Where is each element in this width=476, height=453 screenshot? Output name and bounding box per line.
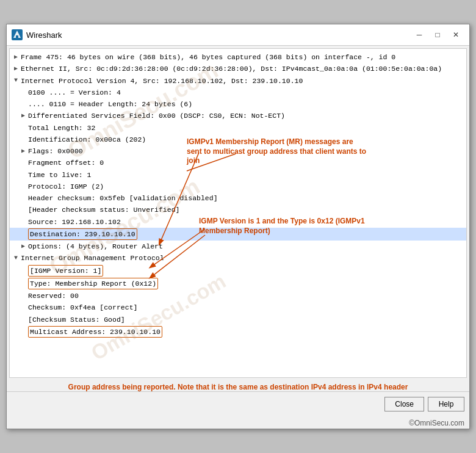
tree-row-text: Destination: 239.10.10.10: [28, 228, 137, 240]
tree-row[interactable]: Total Length: 32: [10, 122, 466, 134]
tree-row[interactable]: Multicast Address: 239.10.10.10: [10, 325, 466, 338]
tree-expander: [20, 183, 27, 190]
tree-expander[interactable]: ▶: [12, 65, 20, 73]
tree-expander: [20, 89, 27, 96]
tree-expander[interactable]: ▶: [12, 54, 20, 61]
tree-row-text: Reserved: 00: [28, 291, 79, 301]
tree-expander[interactable]: ▶: [20, 148, 27, 155]
tree-expander: [20, 267, 27, 274]
tree-row-text: Multicast Address: 239.10.10.10: [28, 326, 162, 338]
titlebar-controls: ─ □ ✕: [411, 28, 464, 42]
tree-expander: [20, 316, 27, 323]
wireshark-window: Wireshark ─ □ ✕ OmniSecu.com OmniSecu.co…: [6, 24, 470, 429]
titlebar-left: Wireshark: [12, 29, 62, 40]
tree-row[interactable]: ▼Internet Protocol Version 4, Src: 192.1…: [10, 75, 466, 87]
tree-expander: [20, 304, 27, 311]
tree-row[interactable]: ▼Internet Group Management Protocol: [10, 252, 466, 264]
tree-row-text: Flags: 0x0000: [28, 146, 83, 156]
tree-expander: [20, 206, 27, 214]
tree-row-text: Ethernet II, Src: 0c:d9:2d:36:28:00 (0c:…: [21, 63, 442, 74]
tree-row[interactable]: Source: 192.168.10.102: [10, 216, 466, 228]
tree-expander[interactable]: ▶: [20, 243, 27, 250]
tree-row-text: Internet Protocol Version 4, Src: 192.16…: [21, 76, 303, 86]
tree-row-text: 0100 .... = Version: 4: [28, 87, 121, 98]
tree-row-text: Protocol: IGMP (2): [28, 181, 104, 192]
tree-expander: [20, 136, 27, 143]
tree-row[interactable]: [Header checksum status: Unverified]: [10, 204, 466, 216]
tree-row-text: .... 0110 = Header Length: 24 bytes (6): [28, 99, 192, 109]
tree-expander: [20, 328, 27, 335]
wireshark-icon: [12, 29, 23, 40]
restore-button[interactable]: □: [429, 28, 446, 42]
tree-row[interactable]: Fragment offset: 0: [10, 157, 466, 169]
tree-row[interactable]: ▶Ethernet II, Src: 0c:d9:2d:36:28:00 (0c…: [10, 63, 466, 74]
annotation-bottom: Group address being reported. Note that …: [7, 380, 469, 391]
tree-row[interactable]: Destination: 239.10.10.10: [10, 228, 466, 241]
tree-expander[interactable]: ▼: [12, 255, 20, 262]
tree-expander: [20, 171, 27, 178]
tree-expander: [20, 124, 27, 131]
tree-row-text: Identification: 0x00ca (202): [28, 134, 146, 145]
tree-row[interactable]: Header checksum: 0x5feb [validation disa…: [10, 192, 466, 204]
help-button[interactable]: Help: [428, 397, 464, 411]
tree-row-text: Source: 192.168.10.102: [28, 217, 121, 227]
tree-row-text: Frame 475: 46 bytes on wire (368 bits), …: [21, 52, 395, 62]
close-button[interactable]: Close: [384, 397, 424, 411]
tree-row[interactable]: Reserved: 00: [10, 290, 466, 302]
tree-row[interactable]: Type: Membership Report (0x12): [10, 277, 466, 290]
tree-expander[interactable]: ▼: [12, 77, 20, 84]
titlebar: Wireshark ─ □ ✕: [7, 24, 469, 46]
tree-row[interactable]: [IGMP Version: 1]: [10, 264, 466, 277]
tree-row-text: Options: (4 bytes), Router Alert: [28, 241, 163, 252]
tree-row-text: [IGMP Version: 1]: [28, 265, 103, 277]
packet-detail-pane: OmniSecu.com OmniSecu.com OmniSecu.com ▶…: [9, 48, 467, 378]
tree-expander: [20, 218, 27, 225]
tree-row-text: Total Length: 32: [28, 123, 95, 133]
tree-row[interactable]: ▶Options: (4 bytes), Router Alert: [10, 241, 466, 252]
tree-expander[interactable]: ▶: [20, 112, 27, 120]
tree-expander: [20, 280, 27, 287]
minimize-button[interactable]: ─: [411, 28, 428, 42]
tree-expander: [20, 101, 27, 108]
tree-expander: [20, 159, 27, 167]
tree-row[interactable]: ▶Flags: 0x0000: [10, 145, 466, 157]
footer: Close Help: [7, 391, 469, 416]
tree-row-text: Internet Group Management Protocol: [21, 253, 164, 263]
window-title: Wireshark: [26, 31, 62, 40]
tree-row[interactable]: ▶Differentiated Services Field: 0x00 (DS…: [10, 110, 466, 121]
tree-row-text: Checksum: 0xf4ea [correct]: [28, 302, 137, 313]
tree-container: ▶Frame 475: 46 bytes on wire (368 bits),…: [10, 51, 466, 338]
svg-rect-2: [16, 35, 18, 38]
tree-expander: [20, 230, 27, 237]
copyright: ©OmniSecu.com: [7, 416, 469, 429]
tree-row-text: Differentiated Services Field: 0x00 (DSC…: [28, 111, 285, 121]
tree-row-text: Fragment offset: 0: [28, 158, 104, 168]
tree-row[interactable]: [Checksum Status: Good]: [10, 314, 466, 325]
tree-row[interactable]: Identification: 0x00ca (202): [10, 134, 466, 145]
tree-row[interactable]: Time to live: 1: [10, 169, 466, 181]
tree-expander: [20, 195, 27, 202]
tree-row-text: Type: Membership Report (0x12): [28, 278, 158, 289]
tree-row[interactable]: .... 0110 = Header Length: 24 bytes (6): [10, 98, 466, 110]
tree-row-text: [Header checksum status: Unverified]: [28, 205, 179, 215]
tree-row-text: Header checksum: 0x5feb [validation disa…: [28, 193, 218, 203]
close-window-button[interactable]: ✕: [447, 28, 464, 42]
tree-row[interactable]: 0100 .... = Version: 4: [10, 87, 466, 98]
tree-row-text: Time to live: 1: [28, 170, 92, 180]
tree-row-text: [Checksum Status: Good]: [28, 314, 125, 325]
tree-row[interactable]: ▶Frame 475: 46 bytes on wire (368 bits),…: [10, 51, 466, 63]
tree-row[interactable]: Checksum: 0xf4ea [correct]: [10, 302, 466, 313]
tree-row[interactable]: Protocol: IGMP (2): [10, 181, 466, 192]
tree-expander: [20, 292, 27, 300]
